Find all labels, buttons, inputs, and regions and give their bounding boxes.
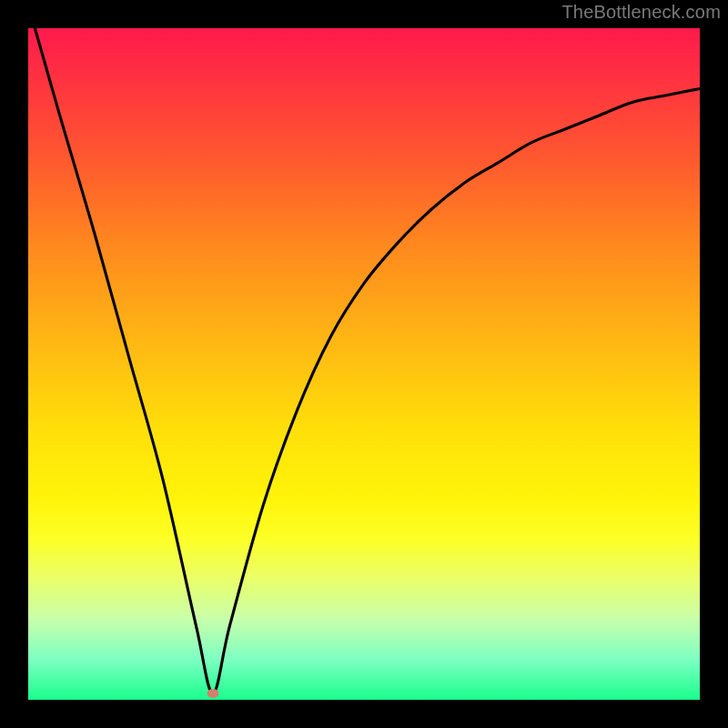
- bottleneck-curve: [28, 28, 700, 700]
- curve-minimum-marker: [207, 689, 218, 698]
- chart-container: TheBottleneck.com: [0, 0, 728, 728]
- watermark-text: TheBottleneck.com: [561, 2, 721, 23]
- plot-area: [28, 28, 700, 700]
